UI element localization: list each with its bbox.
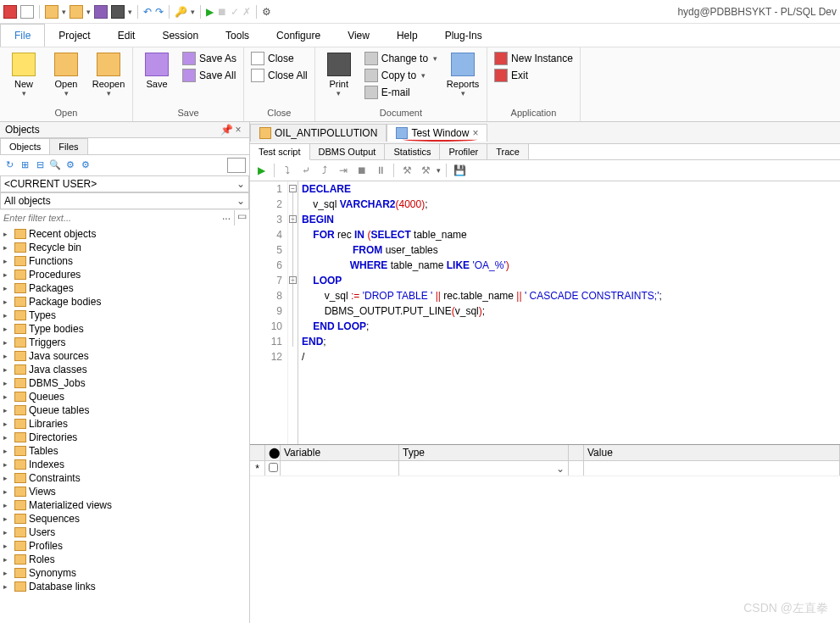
- settings-icon[interactable]: ⚙: [80, 159, 92, 171]
- fold-box-icon[interactable]: −: [289, 215, 297, 223]
- tree-item[interactable]: ▸Constraints: [3, 471, 246, 485]
- new-button[interactable]: New▾: [5, 49, 42, 97]
- tree-item[interactable]: ▸Profiles: [3, 539, 246, 553]
- expand-icon[interactable]: ▸: [3, 392, 12, 401]
- qat-open-icon[interactable]: [45, 5, 58, 19]
- tree-item[interactable]: ▸Queue tables: [3, 403, 246, 417]
- fold-box-icon[interactable]: −: [289, 185, 297, 192]
- expand-icon[interactable]: ▸: [3, 284, 12, 292]
- filter-clear-icon[interactable]: ▭: [234, 210, 249, 225]
- qat-settings-icon[interactable]: ⚙: [262, 6, 271, 18]
- qat-stop-icon[interactable]: ⏹: [217, 6, 227, 18]
- collapse-icon[interactable]: ⊟: [34, 159, 46, 171]
- grid-header-cell[interactable]: [569, 445, 584, 460]
- pin-icon[interactable]: 📌: [220, 124, 232, 136]
- tree-item[interactable]: ▸Tables: [3, 444, 246, 458]
- reopen-button[interactable]: Reopen▾: [90, 49, 127, 97]
- expand-icon[interactable]: ▸: [3, 528, 12, 537]
- subtab-test-script[interactable]: Test script: [250, 144, 310, 160]
- tree-item[interactable]: ▸Packages: [3, 281, 246, 295]
- subtab-dbms-output[interactable]: DBMS Output: [310, 144, 386, 159]
- tree-item[interactable]: ▸Recent objects: [3, 227, 246, 241]
- filter-icon[interactable]: ⚙: [64, 159, 76, 171]
- expand-icon[interactable]: ⊞: [19, 159, 31, 171]
- expand-icon[interactable]: ▸: [3, 230, 12, 238]
- expand-icon[interactable]: ▸: [3, 515, 12, 523]
- menu-help[interactable]: Help: [383, 25, 431, 47]
- tree-item[interactable]: ▸Queues: [3, 390, 246, 403]
- expand-icon[interactable]: ▸: [3, 501, 12, 509]
- open-button[interactable]: Open▾: [47, 49, 85, 97]
- scope-combo[interactable]: All objects⌄: [0, 192, 249, 209]
- refresh-icon[interactable]: ↻: [3, 159, 15, 171]
- sidebar-tab-files[interactable]: Files: [49, 138, 87, 154]
- expand-icon[interactable]: ▸: [3, 243, 12, 252]
- expand-icon[interactable]: ▸: [3, 555, 12, 564]
- qat-open-dropdown-icon[interactable]: ▾: [62, 8, 66, 16]
- expand-icon[interactable]: ▸: [3, 542, 12, 550]
- qat-rollback-icon[interactable]: ✗: [242, 6, 251, 18]
- newinstance-button[interactable]: New Instance: [492, 51, 575, 66]
- qat-key-icon[interactable]: 🔑: [175, 6, 187, 18]
- reports-button[interactable]: Reports▾: [444, 49, 481, 97]
- step-over-icon[interactable]: ⤵: [280, 163, 295, 178]
- menu-configure[interactable]: Configure: [263, 25, 334, 47]
- save-icon[interactable]: 💾: [452, 163, 467, 178]
- grid-header-cell[interactable]: Value: [584, 445, 840, 460]
- email-button[interactable]: E-mail: [363, 85, 439, 100]
- tree-item[interactable]: ▸Type bodies: [3, 322, 246, 336]
- qat-key-dropdown-icon[interactable]: ▾: [191, 8, 195, 16]
- subtab-statistics[interactable]: Statistics: [385, 144, 440, 159]
- changeto-button[interactable]: Change to▾: [363, 51, 439, 66]
- tree-item[interactable]: ▸Indexes: [3, 458, 246, 471]
- tree-item[interactable]: ▸Roles: [3, 553, 246, 566]
- tool2-dropdown-icon[interactable]: ▾: [437, 166, 441, 175]
- expand-icon[interactable]: ▸: [3, 447, 12, 455]
- tool2-icon[interactable]: ⚒: [418, 163, 433, 178]
- menu-view[interactable]: View: [334, 25, 383, 47]
- expand-icon[interactable]: ▸: [3, 569, 12, 577]
- fold-box-icon[interactable]: −: [289, 276, 297, 284]
- expand-icon[interactable]: ▸: [3, 257, 12, 265]
- subtab-profiler[interactable]: Profiler: [440, 144, 487, 159]
- editor-tab[interactable]: Test Window×: [387, 124, 487, 142]
- expand-icon[interactable]: ▸: [3, 582, 12, 591]
- expand-icon[interactable]: ▸: [3, 460, 12, 469]
- exit-button[interactable]: Exit: [492, 68, 575, 83]
- tree-item[interactable]: ▸Sequences: [3, 512, 246, 526]
- tree-item[interactable]: ▸Package bodies: [3, 295, 246, 309]
- tree-item[interactable]: ▸Views: [3, 485, 246, 498]
- tree-item[interactable]: ▸Synonyms: [3, 566, 246, 580]
- tree-item[interactable]: ▸Directories: [3, 431, 246, 444]
- saveall-button[interactable]: Save All: [181, 68, 238, 83]
- tree-item[interactable]: ▸Users: [3, 526, 246, 539]
- chevron-down-icon[interactable]: ⌄: [556, 463, 565, 474]
- expand-icon[interactable]: ▸: [3, 487, 12, 496]
- expand-icon[interactable]: ▸: [3, 406, 12, 414]
- closeall-button[interactable]: Close All: [249, 68, 309, 83]
- close-panel-icon[interactable]: ×: [232, 124, 244, 136]
- stop-icon[interactable]: ⏹: [354, 163, 370, 178]
- tree-item[interactable]: ▸Functions: [3, 254, 246, 268]
- tool1-icon[interactable]: ⚒: [399, 163, 414, 178]
- expand-icon[interactable]: ▸: [3, 420, 12, 428]
- editor-tab[interactable]: OIL_ANTIPOLLUTION: [250, 124, 387, 142]
- grid-header-cell[interactable]: [250, 445, 265, 460]
- user-combo[interactable]: <CURRENT USER>⌄: [0, 175, 249, 192]
- save-button[interactable]: Save: [138, 49, 175, 89]
- qat-print-dropdown-icon[interactable]: ▾: [128, 8, 132, 16]
- qat-save-icon[interactable]: [94, 5, 108, 19]
- expand-icon[interactable]: ▸: [3, 379, 12, 387]
- step-into-icon[interactable]: ⤶: [298, 163, 314, 178]
- tree-item[interactable]: ▸Java sources: [3, 349, 246, 363]
- tree-item[interactable]: ▸Java classes: [3, 363, 246, 376]
- tree-item[interactable]: ▸Triggers: [3, 336, 246, 349]
- expand-icon[interactable]: ▸: [3, 338, 12, 347]
- print-button[interactable]: Print▾: [320, 49, 358, 97]
- step-out-icon[interactable]: ⤴: [317, 163, 332, 178]
- close-button[interactable]: Close: [249, 51, 309, 66]
- qat-run-icon[interactable]: ▶: [206, 6, 214, 18]
- copyto-button[interactable]: Copy to▾: [363, 68, 439, 83]
- expand-icon[interactable]: ▸: [3, 433, 12, 442]
- qat-commit-icon[interactable]: ✓: [231, 6, 239, 18]
